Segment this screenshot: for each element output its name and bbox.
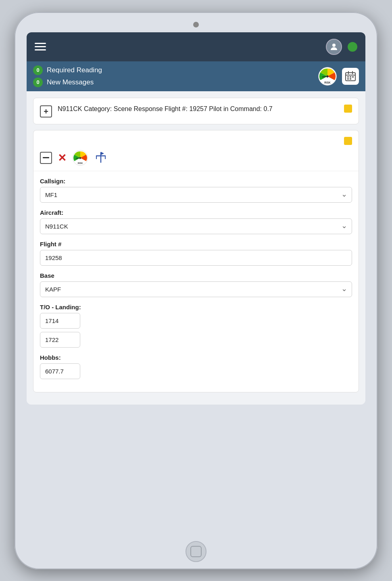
content-area: + N911CK Category: Scene Response Flight… bbox=[27, 91, 365, 405]
notif-bar-icons: RISK D bbox=[318, 67, 359, 86]
aircraft-group: Aircraft: N911CK bbox=[40, 209, 352, 234]
svg-rect-11 bbox=[350, 76, 351, 78]
calendar-icon[interactable] bbox=[342, 68, 359, 85]
risk-gauge-icon[interactable]: RISK D bbox=[318, 67, 337, 86]
time-inputs bbox=[40, 313, 352, 348]
expanded-card-badge bbox=[344, 137, 352, 145]
base-group: Base KAPF bbox=[40, 272, 352, 297]
plus-icon: + bbox=[44, 107, 48, 115]
svg-text:D: D bbox=[79, 157, 81, 159]
user-avatar-icon[interactable] bbox=[326, 39, 342, 55]
base-select[interactable]: KAPF bbox=[40, 281, 352, 297]
base-label: Base bbox=[40, 272, 352, 279]
weight-balance-icon[interactable] bbox=[94, 151, 108, 165]
risk-small-gauge-icon[interactable]: RISK D bbox=[72, 150, 88, 166]
delete-button[interactable]: ✕ bbox=[58, 153, 67, 163]
hobbs-input[interactable] bbox=[40, 363, 80, 379]
notification-bar: 0 Required Reading 0 New Messages bbox=[27, 61, 365, 91]
flight-form: Callsign: MF1 Aircraft: N911CK bbox=[33, 171, 359, 392]
collapsed-card-left: + N911CK Category: Scene Response Flight… bbox=[40, 105, 273, 117]
collapsed-flight-card: + N911CK Category: Scene Response Flight… bbox=[33, 98, 359, 124]
to-landing-label: T/O - Landing: bbox=[40, 304, 352, 310]
collapsed-card-header: + N911CK Category: Scene Response Flight… bbox=[33, 98, 359, 124]
hobbs-label: Hobbs: bbox=[40, 354, 352, 361]
expanded-flight-card: ✕ RISK D bbox=[33, 130, 359, 392]
callsign-select[interactable]: MF1 bbox=[40, 187, 352, 203]
svg-rect-10 bbox=[347, 76, 349, 78]
new-messages-label: New Messages bbox=[47, 78, 94, 86]
svg-rect-13 bbox=[347, 78, 349, 80]
svg-text:D: D bbox=[326, 75, 328, 78]
landing-time-input[interactable] bbox=[40, 332, 80, 348]
expand-button[interactable]: + bbox=[40, 105, 52, 117]
callsign-group: Callsign: MF1 bbox=[40, 178, 352, 203]
hamburger-line-2 bbox=[35, 46, 46, 47]
expanded-card-header bbox=[33, 130, 359, 145]
aircraft-select[interactable]: N911CK bbox=[40, 218, 352, 234]
online-status-dot bbox=[348, 42, 357, 52]
svg-text:RISK: RISK bbox=[78, 162, 83, 164]
new-messages-badge: 0 bbox=[33, 78, 43, 87]
header-right bbox=[326, 39, 357, 55]
base-select-wrapper: KAPF bbox=[40, 281, 352, 297]
flight-number-input[interactable] bbox=[40, 250, 352, 266]
collapsed-card-title: N911CK Category: Scene Response Flight #… bbox=[58, 105, 273, 113]
svg-text:RISK: RISK bbox=[324, 81, 331, 84]
svg-marker-24 bbox=[101, 152, 104, 155]
flight-number-label: Flight # bbox=[40, 241, 352, 248]
hamburger-line-3 bbox=[35, 49, 46, 50]
required-reading-badge: 0 bbox=[33, 65, 43, 75]
aircraft-select-wrapper: N911CK bbox=[40, 218, 352, 234]
notification-items: 0 Required Reading 0 New Messages bbox=[33, 65, 102, 87]
app-header bbox=[27, 32, 365, 61]
svg-point-0 bbox=[332, 44, 336, 47]
hobbs-group: Hobbs: bbox=[40, 354, 352, 379]
camera-dot bbox=[193, 22, 199, 27]
callsign-select-wrapper: MF1 bbox=[40, 187, 352, 203]
flight-number-group: Flight # bbox=[40, 241, 352, 266]
required-reading-row[interactable]: 0 Required Reading bbox=[33, 65, 102, 75]
screen: 0 Required Reading 0 New Messages bbox=[27, 32, 365, 405]
callsign-label: Callsign: bbox=[40, 178, 352, 185]
svg-rect-12 bbox=[352, 76, 354, 78]
calendar-svg bbox=[345, 71, 356, 82]
collapse-button[interactable] bbox=[40, 152, 52, 164]
home-button[interactable] bbox=[186, 541, 206, 562]
card-toolbar: ✕ RISK D bbox=[33, 145, 359, 171]
collapsed-card-badge bbox=[344, 105, 352, 113]
tablet-frame: 0 Required Reading 0 New Messages bbox=[15, 12, 377, 569]
required-reading-label: Required Reading bbox=[47, 66, 102, 74]
takeoff-time-input[interactable] bbox=[40, 313, 80, 329]
user-svg bbox=[329, 42, 339, 52]
aircraft-label: Aircraft: bbox=[40, 209, 352, 216]
hamburger-line-1 bbox=[35, 43, 46, 44]
home-button-inner bbox=[190, 546, 202, 557]
to-landing-group: T/O - Landing: bbox=[40, 304, 352, 348]
svg-rect-14 bbox=[350, 78, 351, 80]
hamburger-menu-button[interactable] bbox=[35, 43, 46, 50]
new-messages-row[interactable]: 0 New Messages bbox=[33, 78, 102, 87]
minus-icon bbox=[43, 157, 49, 158]
